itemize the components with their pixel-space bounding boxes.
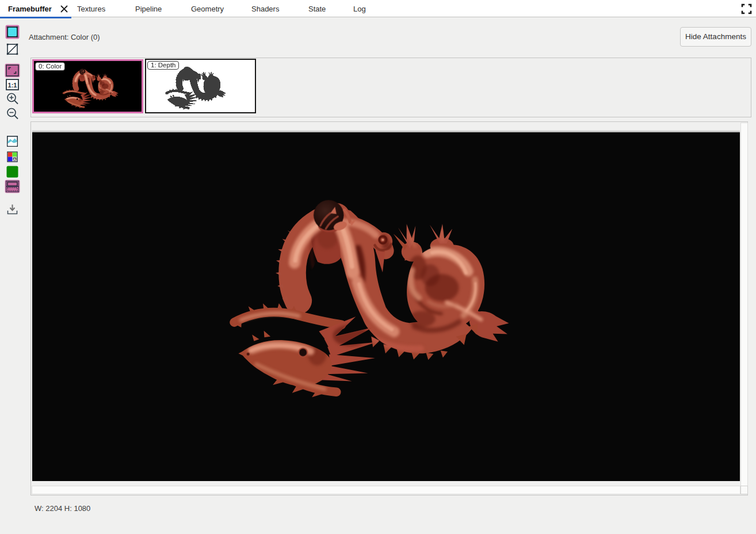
svg-text:1:1: 1:1: [8, 82, 17, 89]
svg-text:A: A: [13, 158, 16, 161]
